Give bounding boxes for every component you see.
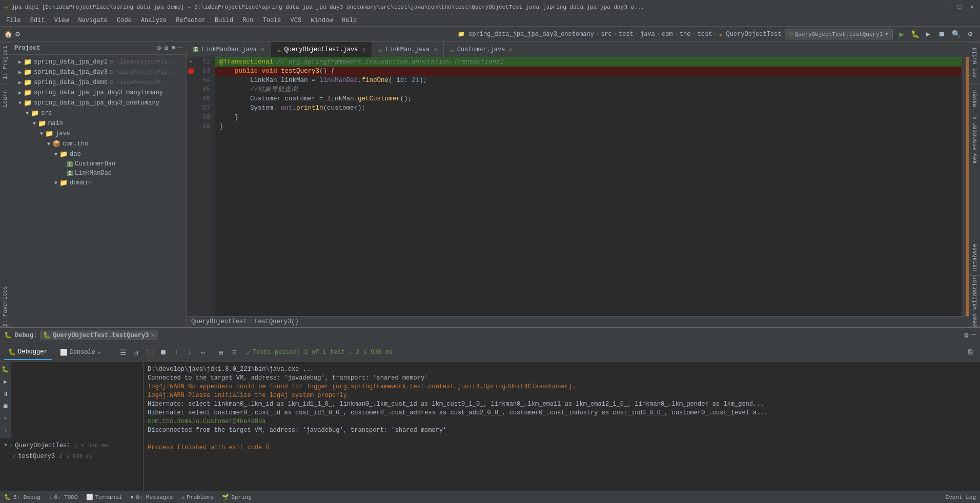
tab-linkman-dao[interactable]: I LinkManDao.java ✕: [187, 42, 271, 57]
status-messages[interactable]: ● 0: Messages: [130, 494, 173, 500]
sidebar-settings-icon[interactable]: ≡: [171, 44, 175, 52]
minimize-button[interactable]: ─: [943, 3, 951, 11]
nav-java-item[interactable]: java: [640, 31, 655, 38]
favorites-panel-tab[interactable]: 2: Favorites: [0, 286, 10, 327]
project-panel-tab[interactable]: 1: Project: [0, 42, 10, 83]
nav-project-item[interactable]: 📁 spring_data_jpa_jpa_day3_onetomany: [458, 31, 594, 38]
down-btn[interactable]: ↓: [184, 347, 195, 358]
step-in-icon[interactable]: ↓: [1, 426, 11, 436]
sidebar-minimize-icon[interactable]: ─: [178, 44, 182, 52]
stop-button[interactable]: ⏹: [936, 29, 947, 40]
database-panel-tab[interactable]: Database: [969, 240, 980, 276]
menu-code[interactable]: Code: [113, 16, 136, 25]
menu-edit[interactable]: Edit: [26, 16, 49, 25]
search-button[interactable]: 🔍: [950, 29, 962, 40]
debug-button[interactable]: 🐛: [909, 29, 921, 40]
panel-minimize-icon[interactable]: ─: [972, 331, 976, 340]
nav-com-item[interactable]: com: [662, 31, 673, 38]
ant-build-panel-tab[interactable]: Ant Build: [969, 42, 980, 83]
tree-item-domain[interactable]: ▼ 📁 domain: [10, 178, 187, 188]
breadcrumb-method[interactable]: testQuery3(): [254, 318, 298, 325]
tree-item-many[interactable]: ▶ 📁 spring_data_jpa_jpa_day3_manytomany: [10, 88, 187, 98]
settings-button[interactable]: ⚙: [965, 29, 976, 40]
tab-customer[interactable]: ☕ Customer.java ✕: [444, 42, 519, 57]
tab-close-icon[interactable]: ✕: [509, 46, 513, 53]
menu-help[interactable]: Help: [338, 16, 361, 25]
sidebar-gear-icon[interactable]: ⚙: [165, 44, 169, 52]
test-suite-row[interactable]: ▼ ✓ QueryObjectTest 2 s 936 ms: [0, 440, 143, 451]
more-btn[interactable]: ⋯: [197, 347, 209, 358]
breadcrumb-class[interactable]: QueryObjectTest: [191, 318, 247, 325]
tree-item-linkman-dao[interactable]: I LinkManDao: [10, 169, 187, 178]
tab-linkman[interactable]: ☕ LinkMan.java ✕: [372, 42, 444, 57]
resume-icon[interactable]: ▶: [1, 376, 11, 387]
menu-vcs[interactable]: VCS: [287, 16, 306, 25]
maven-panel-tab[interactable]: Maven: [969, 83, 980, 114]
status-debug[interactable]: 🐛 5: Debug: [4, 494, 40, 500]
close-button[interactable]: ✕: [968, 3, 976, 11]
tree-item-customerdao[interactable]: I CustomerDao: [10, 159, 187, 169]
run-config-selector[interactable]: ⚙ QueryObjectTest.testQuery3 ▾: [785, 29, 893, 39]
tree-view-btn[interactable]: ⊞: [215, 347, 227, 358]
nav-test-item[interactable]: test: [619, 31, 634, 38]
nav-class-item[interactable]: ☕ QueryObjectTest: [719, 31, 782, 38]
nav-tho-item[interactable]: tho: [680, 31, 691, 38]
learn-panel-tab[interactable]: Learn: [0, 83, 10, 114]
stop-side-icon[interactable]: ⏹: [1, 401, 11, 411]
tree-item-day3[interactable]: ▶ 📁 spring_data_jpa_day3 D:\ideaProjectP…: [10, 67, 187, 77]
debugger-tab[interactable]: 🐛 Debugger: [4, 345, 52, 360]
filter-btn[interactable]: ☰: [117, 347, 129, 358]
pause-icon[interactable]: ⏸: [1, 389, 11, 399]
sidebar-sync-icon[interactable]: ⊕: [157, 44, 161, 52]
maximize-button[interactable]: □: [955, 3, 964, 11]
menu-file[interactable]: File: [2, 16, 25, 25]
tab-queryobject[interactable]: ☕ QueryObjectTest.java ✕: [271, 42, 372, 57]
tab-close-icon[interactable]: ✕: [434, 46, 437, 53]
menu-window[interactable]: Window: [307, 16, 337, 25]
status-terminal[interactable]: ⬜ Terminal: [86, 494, 122, 500]
menu-navigate[interactable]: Navigate: [74, 16, 112, 25]
menu-analyze[interactable]: Analyze: [137, 16, 171, 25]
tree-item-src[interactable]: ▼ 📁 src: [10, 108, 187, 118]
code-editor[interactable]: @Transactional // org.springframework.tr…: [215, 57, 962, 316]
debug-session-tab[interactable]: 🐛 QueryObjectTest.testQuery3 ✕: [40, 330, 157, 340]
rerun-btn[interactable]: ↺: [131, 347, 142, 358]
status-spring[interactable]: 🌱 Spring: [222, 494, 252, 500]
status-event-log[interactable]: Event Log: [946, 494, 976, 500]
step-over-icon[interactable]: ↷: [1, 413, 11, 424]
menu-view[interactable]: View: [50, 16, 73, 25]
stop-all-btn[interactable]: ⬛: [144, 347, 155, 358]
tree-item-one[interactable]: ▼ 📁 spring_data_jpa_jpa_day3_onetomany: [10, 98, 187, 108]
flat-view-btn[interactable]: ≡: [229, 347, 240, 358]
test-method-row[interactable]: ✓ testQuery3 2 s 936 ms: [0, 451, 143, 462]
breakpoint-icon[interactable]: [188, 68, 194, 74]
nav-test2-item[interactable]: test: [698, 31, 712, 38]
tree-item-comtho[interactable]: ▼ 📦 com.tho: [10, 139, 187, 149]
status-todo[interactable]: ≡ 6: TODO: [49, 494, 78, 500]
tree-item-demo[interactable]: ▶ 📁 spring_data_jpa_demo D:\ideaProjectP…: [10, 77, 187, 88]
tree-item-main[interactable]: ▼ 📁 main: [10, 118, 187, 129]
tree-item-day2[interactable]: ▶ 📁 spring_data_jpa_day2 D:\ideaProjectP…: [10, 57, 187, 67]
menu-build[interactable]: Build: [211, 16, 237, 25]
stop-btn[interactable]: ⏹: [157, 347, 169, 358]
menu-run[interactable]: Run: [238, 16, 258, 25]
tab-close-icon[interactable]: ✕: [261, 46, 264, 53]
debug-session-close[interactable]: ✕: [151, 331, 154, 339]
tree-item-java[interactable]: ▼ 📁 java: [10, 129, 187, 139]
console-tab[interactable]: ⬜ Console ↗: [56, 345, 105, 360]
up-btn[interactable]: ↑: [171, 347, 182, 358]
bug-icon[interactable]: 🐛: [1, 364, 11, 374]
nav-src-item[interactable]: src: [601, 31, 612, 38]
console-output[interactable]: D:\develop\java\jdk1.8.0_221\bin\java.ex…: [144, 362, 980, 491]
menu-refactor[interactable]: Refactor: [172, 16, 210, 25]
panel-settings-icon[interactable]: ⚙: [964, 331, 968, 340]
bean-validation-panel-tab[interactable]: Bean Validation: [969, 276, 980, 327]
status-problems[interactable]: ⚠ Problems: [181, 494, 214, 500]
run-with-coverage[interactable]: ▶: [923, 29, 934, 40]
run-button[interactable]: ▶: [896, 29, 907, 40]
tree-item-dao[interactable]: ▼ 📁 dao: [10, 149, 187, 159]
menu-tools[interactable]: Tools: [259, 16, 285, 25]
key-promoter-panel-tab[interactable]: Key Promoter X: [969, 114, 980, 165]
copy-btn[interactable]: ⎘: [965, 347, 976, 358]
tab-close-icon[interactable]: ✕: [362, 46, 366, 53]
